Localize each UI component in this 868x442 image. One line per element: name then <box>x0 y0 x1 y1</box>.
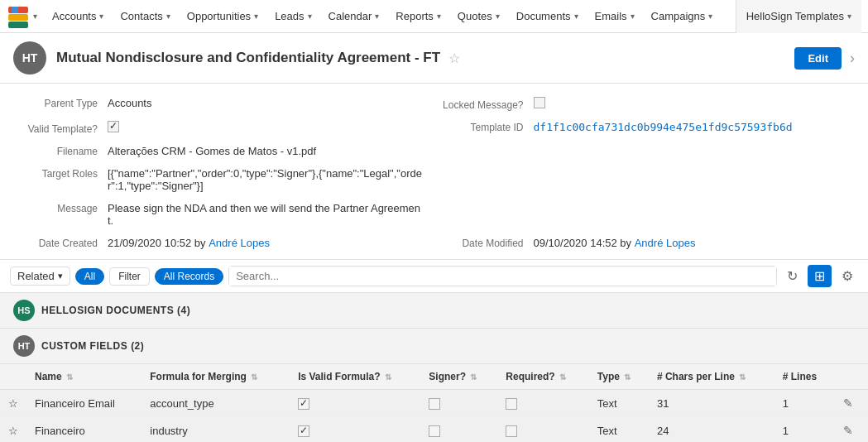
avatar: HT <box>13 41 46 74</box>
locked-message-checkbox[interactable] <box>534 97 545 108</box>
logo-caret[interactable]: ▾ <box>33 12 37 21</box>
filename-value: Alterações CRM - Gomes de Matos - v1.pdf <box>108 145 316 157</box>
row-chars: 24 <box>649 417 774 443</box>
hellosign-caret: ▾ <box>847 12 851 21</box>
table-header-row: Name ⇅ Formula for Merging ⇅ Is Valid Fo… <box>0 364 868 390</box>
campaigns-caret: ▾ <box>708 12 712 21</box>
template-id-value: df1f1c00cfa731dc0b994e475e1fd9c57593fb6d <box>534 121 793 133</box>
nav-reports[interactable]: Reports ▾ <box>387 0 449 33</box>
empty-right-4 <box>443 164 852 195</box>
row-is-valid <box>290 417 420 443</box>
row-lines: 1 <box>774 417 835 443</box>
logo-icon <box>7 5 30 28</box>
message-label: Message <box>17 203 108 214</box>
th-type[interactable]: Type ⇅ <box>589 364 649 390</box>
hellosign-avatar: HS <box>13 300 35 321</box>
settings-button[interactable]: ⚙ <box>837 265 858 287</box>
parent-type-label: Parent Type <box>17 98 108 109</box>
edit-row-button[interactable]: ✎ <box>843 396 853 410</box>
nav-accounts[interactable]: Accounts ▾ <box>44 0 112 33</box>
row-star[interactable]: ☆ <box>0 390 26 417</box>
all-button[interactable]: All <box>75 268 104 285</box>
th-signer[interactable]: Signer? ⇅ <box>420 364 497 390</box>
calendar-caret: ▾ <box>375 12 379 21</box>
locked-message-field: Locked Message? <box>443 94 852 114</box>
nav-hellosign-templates[interactable]: HelloSign Templates ▾ <box>736 0 861 33</box>
nav-documents[interactable]: Documents ▾ <box>508 0 587 33</box>
unchecked-checkbox <box>506 425 517 437</box>
nav-leads[interactable]: Leads ▾ <box>266 0 319 33</box>
row-formula: account_type <box>141 390 290 417</box>
th-star <box>0 364 26 390</box>
row-actions: ✎ <box>835 390 868 417</box>
edit-row-button[interactable]: ✎ <box>843 424 853 437</box>
sort-chars-icon: ⇅ <box>739 372 746 382</box>
message-value: Please sign the NDA and then we will sen… <box>108 202 426 227</box>
date-created-author[interactable]: André Lopes <box>209 237 270 249</box>
row-signer <box>420 390 497 417</box>
nav-quotes[interactable]: Quotes ▾ <box>449 0 508 33</box>
row-lines: 1 <box>774 390 835 417</box>
opportunities-caret: ▾ <box>254 12 258 21</box>
target-roles-label: Target Roles <box>17 168 108 180</box>
empty-right-5 <box>443 199 852 230</box>
filter-button[interactable]: Filter <box>109 267 150 286</box>
grid-view-button[interactable]: ⊞ <box>808 265 832 287</box>
date-created-label: Date Created <box>17 238 108 249</box>
leads-caret: ▾ <box>308 12 312 21</box>
custom-fields-table: Name ⇅ Formula for Merging ⇅ Is Valid Fo… <box>0 364 868 442</box>
sort-name-icon: ⇅ <box>66 372 73 382</box>
nav-emails[interactable]: Emails ▾ <box>587 0 643 33</box>
valid-template-label: Valid Template? <box>17 123 108 135</box>
logo[interactable]: ▾ <box>7 5 37 28</box>
nav-opportunities[interactable]: Opportunities ▾ <box>179 0 266 33</box>
row-type: Text <box>589 390 649 417</box>
row-actions: ✎ <box>835 417 868 443</box>
unchecked-checkbox <box>506 398 517 410</box>
valid-template-checkbox[interactable] <box>108 121 119 132</box>
sort-required-icon: ⇅ <box>559 372 566 382</box>
th-is-valid[interactable]: Is Valid Formula? ⇅ <box>290 364 420 390</box>
th-lines[interactable]: # Lines <box>774 364 835 390</box>
parent-type-value: Accounts <box>108 97 151 109</box>
row-name[interactable]: Financeiro <box>26 417 141 443</box>
date-modified-author[interactable]: André Lopes <box>635 237 696 249</box>
target-roles-field: Target Roles [{"name":"Partner","order":… <box>17 164 426 195</box>
related-dropdown[interactable]: Related ▾ <box>10 267 70 286</box>
nav-campaigns[interactable]: Campaigns ▾ <box>643 0 722 33</box>
checked-checkbox <box>298 398 309 410</box>
row-name[interactable]: Financeiro Email <box>26 390 141 417</box>
valid-template-field: Valid Template? <box>17 118 426 138</box>
th-name[interactable]: Name ⇅ <box>26 364 141 390</box>
row-star[interactable]: ☆ <box>0 417 26 443</box>
refresh-button[interactable]: ↻ <box>782 265 803 287</box>
row-formula: industry <box>141 417 290 443</box>
favorite-star-icon[interactable]: ☆ <box>448 50 460 66</box>
sort-valid-icon: ⇅ <box>385 372 391 382</box>
nav-contacts[interactable]: Contacts ▾ <box>112 0 178 33</box>
message-field: Message Please sign the NDA and then we … <box>17 199 426 230</box>
chevron-right-icon[interactable]: › <box>850 50 855 67</box>
search-input[interactable] <box>229 267 776 286</box>
nav-calendar[interactable]: Calendar ▾ <box>320 0 388 33</box>
locked-message-label: Locked Message? <box>443 99 534 111</box>
target-roles-value: [{"name":"Partner","order":0,"type":"Sig… <box>108 167 426 192</box>
th-required[interactable]: Required? ⇅ <box>497 364 589 390</box>
custom-fields-avatar: HT <box>13 335 35 357</box>
filename-field: Filename Alterações CRM - Gomes de Matos… <box>17 142 426 161</box>
unchecked-checkbox <box>429 398 440 410</box>
th-formula[interactable]: Formula for Merging ⇅ <box>141 364 290 390</box>
date-modified-field: Date Modified 09/10/2020 14:52 by André … <box>443 233 852 252</box>
svg-rect-1 <box>8 14 28 21</box>
emails-caret: ▾ <box>631 12 635 21</box>
date-modified-value: 09/10/2020 14:52 <box>534 237 617 249</box>
documents-caret: ▾ <box>574 12 578 21</box>
checked-checkbox <box>298 425 309 437</box>
related-dropdown-caret: ▾ <box>58 271 63 281</box>
unchecked-checkbox <box>429 425 440 437</box>
th-chars[interactable]: # Chars per Line ⇅ <box>649 364 774 390</box>
row-is-valid <box>290 390 420 417</box>
all-records-button[interactable]: All Records <box>155 268 223 285</box>
record-title: Mutual Nondisclosure and Confidentiality… <box>56 50 440 66</box>
edit-button[interactable]: Edit <box>794 47 842 70</box>
